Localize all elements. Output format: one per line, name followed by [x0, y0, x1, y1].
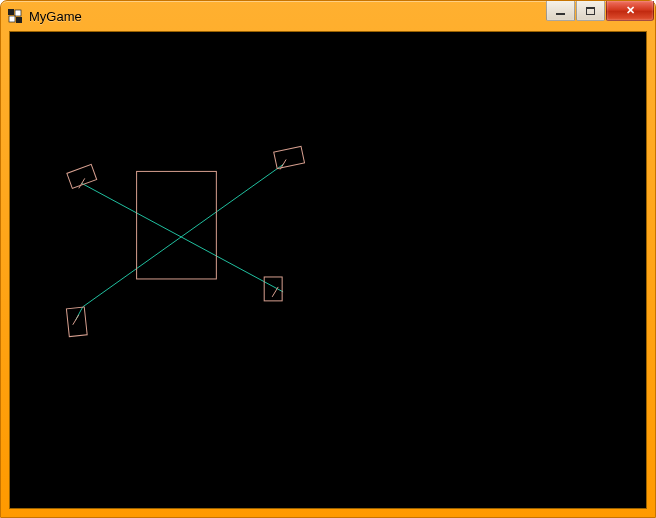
maximize-button[interactable] [576, 1, 605, 21]
entity-tick-0 [79, 178, 85, 188]
window-controls-group: ✕ [546, 1, 654, 21]
minimize-button[interactable] [546, 1, 575, 21]
entity-tick-3 [272, 287, 278, 297]
entity-tick-2 [73, 315, 79, 325]
minimize-icon [556, 13, 565, 15]
center-body [137, 171, 217, 279]
game-client-area [9, 31, 647, 509]
connection-line-1 [83, 164, 283, 306]
close-icon: ✕ [626, 5, 635, 16]
game-canvas[interactable] [10, 32, 646, 508]
svg-rect-3 [16, 17, 22, 23]
entity-rect-1 [274, 146, 305, 168]
entity-rect-2 [66, 307, 87, 337]
entity-tick-1 [280, 159, 286, 169]
entity-rect-3 [264, 277, 282, 301]
svg-rect-2 [9, 16, 15, 22]
svg-rect-1 [15, 10, 21, 16]
window-frame: MyGame ✕ [0, 0, 656, 518]
app-icon [7, 8, 23, 24]
maximize-icon [586, 7, 595, 15]
svg-rect-0 [8, 9, 14, 15]
titlebar[interactable]: MyGame ✕ [1, 1, 655, 31]
connection-line-0 [82, 183, 283, 292]
close-button[interactable]: ✕ [606, 1, 654, 21]
entity-rect-0 [67, 164, 97, 188]
